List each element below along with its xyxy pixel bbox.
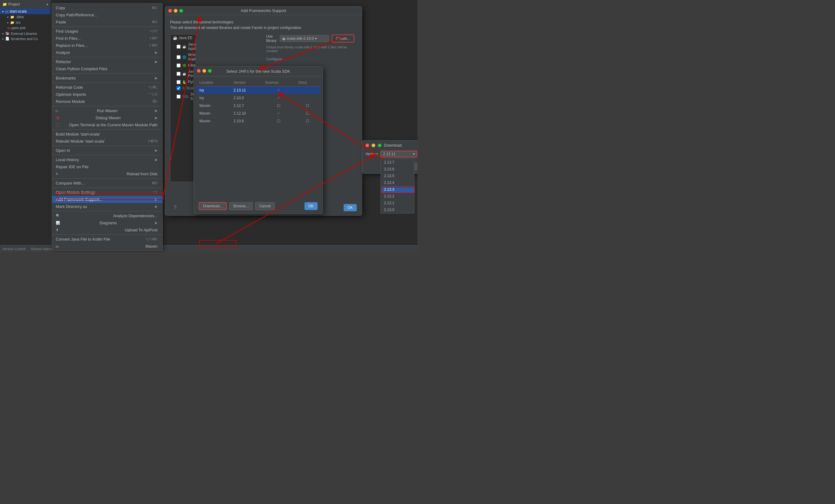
menu-item-diagrams[interactable]: 📊 Diagrams ▶	[52, 219, 162, 226]
menu-item-reload-from-disk[interactable]: ↻ Reload from Disk	[52, 170, 162, 178]
jars-cancel-button[interactable]: Cancel	[255, 202, 274, 210]
submenu-arrow: ▶	[155, 51, 158, 55]
menu-item-analyze-deps[interactable]: 🔍 Analyze Dependencies...	[52, 212, 162, 219]
fw-item-hibernate[interactable]: 🌿 Hibernate	[170, 62, 196, 68]
menu-item-add-framework-support[interactable]: Add Framework Support... ▶	[52, 196, 162, 203]
version-option-2136[interactable]: 2.13.6	[381, 166, 414, 173]
menu-item-compare-with[interactable]: Compare With... ⌘D	[52, 180, 162, 187]
menu-item-label: Diagrams	[100, 221, 117, 225]
menu-item-convert-kotlin[interactable]: Convert Java File to Kotlin File ⌥⇧⌘K	[52, 236, 162, 243]
version-option-2134[interactable]: 2.13.4	[381, 179, 414, 186]
table-row[interactable]: Ivy 2.13.11 ✓	[196, 86, 320, 94]
jars-tl-yellow[interactable]	[202, 69, 206, 73]
fw-checkbox-hibernate[interactable]	[177, 63, 181, 67]
jars-tl-green[interactable]	[208, 69, 212, 73]
fw-checkbox-scala[interactable]	[177, 86, 181, 90]
ok-button[interactable]: OK	[344, 204, 357, 211]
menu-item-open-terminal[interactable]: ⬛ Open Terminal at the Current Maven Mod…	[52, 121, 162, 128]
dl-tl-red[interactable]	[365, 144, 369, 147]
dl-tl-yellow[interactable]	[372, 144, 375, 147]
menu-item-copy-path[interactable]: Copy Path/Reference...	[52, 12, 162, 19]
menu-item-clean-python[interactable]: Clean Python Compiled Files	[52, 65, 162, 73]
create-button[interactable]: Create...	[331, 35, 354, 42]
menu-item-debug-maven[interactable]: 🐞 Debug Maven ▶	[52, 114, 162, 121]
table-row[interactable]: Maven 2.12.7 ☐ ☐	[196, 102, 320, 110]
version-option-2130[interactable]: 2.13.0	[381, 206, 414, 213]
menu-item-label: Repair IDE on File	[56, 164, 88, 169]
version-option-2137[interactable]: 2.13.7	[381, 159, 414, 166]
menu-item-bookmarks[interactable]: Bookmarks ▶	[52, 75, 162, 82]
fw-item-icon: 🐍	[182, 80, 186, 84]
browse-button[interactable]: Browse...	[229, 202, 253, 210]
traffic-light-yellow[interactable]	[174, 9, 178, 13]
configure-button[interactable]: Configure...	[266, 57, 285, 61]
project-header-dropdown[interactable]: ▾	[46, 3, 48, 6]
project-tree-item-src[interactable]: ▸ 📁 src	[0, 20, 50, 25]
version-option-2132[interactable]: 2.13.2	[381, 193, 414, 200]
menu-item-open-module-settings[interactable]: Open Module Settings F4	[52, 189, 162, 196]
menu-item-reformat[interactable]: Reformat Code ⌥⌘L	[52, 84, 162, 91]
version-option-2131[interactable]: 2.13.1	[381, 200, 414, 206]
fw-checkbox-javaee-persistence[interactable]	[177, 72, 181, 76]
menu-item-run-maven[interactable]: ▷ Run Maven ▶	[52, 107, 162, 114]
version-option-2133[interactable]: 2.13.3	[381, 186, 414, 193]
traffic-light-red[interactable]	[168, 9, 172, 13]
cell-docs	[296, 86, 320, 94]
jars-tl-red[interactable]	[197, 69, 201, 73]
menu-item-copy[interactable]: Copy ⌘C	[52, 4, 162, 12]
fw-checkbox-web-app[interactable]	[177, 55, 181, 59]
table-row[interactable]: Maven 2.12.10 ✓ ☐	[196, 110, 320, 117]
fw-item-sql[interactable]: SQL SQL S...	[170, 91, 196, 102]
menu-item-local-history[interactable]: Local History ▶	[52, 156, 162, 163]
fw-item-web-app[interactable]: 🌐 Web Application	[170, 52, 196, 62]
menu-item-find-usages[interactable]: Find Usages ⌥F7	[52, 28, 162, 35]
project-item-label: External Libraries	[11, 32, 37, 36]
jars-ok-button[interactable]: OK	[304, 202, 318, 210]
menu-item-remove-module[interactable]: Remove Module ⌦	[52, 98, 162, 105]
version-input[interactable]: 2.13.11 ▾	[381, 150, 417, 157]
dl-tl-green[interactable]	[378, 144, 382, 147]
expand-icon: ▸	[7, 15, 9, 19]
fw-checkbox-sql[interactable]	[177, 95, 181, 99]
menu-item-mark-directory-as[interactable]: Mark Directory as ▶	[52, 203, 162, 210]
table-row[interactable]: Ivy 2.10.0 ✓	[196, 94, 320, 102]
project-tree-item-scratches[interactable]: ▸ 📄 Scratches and Co	[0, 36, 50, 41]
project-tree-item-start-scala[interactable]: ▸ ▤ start-scala	[0, 8, 50, 14]
fw-checkbox-python[interactable]	[177, 80, 181, 84]
fw-item-icon: S	[182, 86, 185, 90]
use-library-label: Use library:	[266, 34, 277, 43]
fw-group-javaee[interactable]: ☕ Java EE	[170, 35, 196, 41]
menu-item-build-module[interactable]: Build Module 'start-scala'	[52, 130, 162, 138]
menu-item-analyze[interactable]: Analyze ▶	[52, 49, 162, 56]
fw-item-javaee-app[interactable]: ☕ JavaEE Applicatio	[170, 41, 196, 52]
menu-item-find-in-files[interactable]: Find in Files... ⇧⌘F	[52, 35, 162, 42]
version-control-label[interactable]: Version Control	[2, 247, 25, 251]
library-select[interactable]: 📚 scala-sdk-2.10.0 ▾	[280, 35, 329, 42]
fw-item-scala[interactable]: S Scala	[170, 85, 196, 91]
menu-item-open-in[interactable]: Open In ▶	[52, 147, 162, 154]
menu-shortcut: ⌘C	[151, 6, 158, 10]
project-tree-item-pom[interactable]: m pom.xml	[0, 25, 50, 31]
menu-item-upload-apipost[interactable]: ⬆ Upload To ApiPost	[52, 226, 162, 234]
menu-item-paste[interactable]: Paste ⌘V	[52, 19, 162, 25]
menu-item-maven[interactable]: m Maven	[52, 243, 162, 250]
menu-shortcut: ⌥⌘L	[148, 85, 158, 89]
fw-checkbox-javaee-app[interactable]	[177, 45, 181, 49]
project-tree-item-idea[interactable]: ▸ 📁 .idea	[0, 14, 50, 20]
help-button[interactable]: ?	[170, 204, 180, 211]
menu-item-repair-ide[interactable]: Repair IDE on File	[52, 163, 162, 170]
menu-item-replace-in-files[interactable]: Replace in Files... ⇧⌘R	[52, 42, 162, 49]
version-option-2135[interactable]: 2.13.5	[381, 173, 414, 179]
download-button[interactable]: Download...	[199, 202, 227, 210]
menu-item-optimize-imports[interactable]: Optimize Imports ⌃⌥O	[52, 91, 162, 98]
fw-item-javaee-persistence[interactable]: ☕ JavaEE Persistence	[170, 68, 196, 79]
fw-item-icon: ☕	[182, 45, 186, 48]
menu-item-refactor[interactable]: Refactor ▶	[52, 58, 162, 65]
traffic-light-green[interactable]	[179, 9, 183, 13]
fw-item-python[interactable]: 🐍 Pyth...	[170, 79, 196, 85]
project-tree-item-external-libs[interactable]: ▸ 📚 External Libraries	[0, 31, 50, 36]
table-row[interactable]: Maven 2.10.6 ☐ ☐	[196, 117, 320, 125]
dialog-titlebar: Add Frameworks Support	[165, 6, 362, 15]
menu-item-rebuild-module[interactable]: Rebuild Module 'start-scala' ⇧⌘F9	[52, 138, 162, 145]
upload-icon: ⬆	[56, 228, 59, 232]
